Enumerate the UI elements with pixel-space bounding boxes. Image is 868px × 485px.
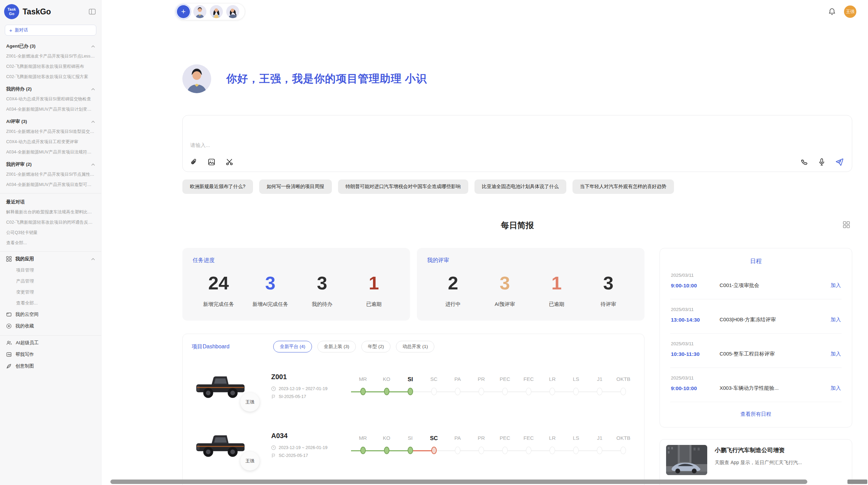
stat-overdue[interactable]: 1 已逾期 <box>348 274 400 308</box>
sidebar-item[interactable]: C0X4-动力总成开发项目SI里程碑提交物检查 <box>0 94 101 104</box>
milestone-dot-ko[interactable] <box>375 447 398 455</box>
stat-pending-review[interactable]: 3 待评审 <box>582 274 634 308</box>
milestone-dot-fec[interactable] <box>517 447 541 455</box>
sidebar-item[interactable]: C0X4-动力总成开发项目工程变更评审 <box>0 137 101 147</box>
app-item-product-mgmt[interactable]: 产品管理 <box>0 276 101 287</box>
scissors-icon[interactable] <box>225 158 234 166</box>
new-chat-button[interactable]: + 新对话 <box>5 25 96 36</box>
dashboard-title: 项目Dashboard <box>192 343 229 350</box>
suggestion-chip[interactable]: 如何写一份清晰的项目周报 <box>259 179 332 194</box>
suggestion-chip[interactable]: 当下年轻人对汽车外观有怎样的喜好趋势 <box>572 179 674 194</box>
notification-bell-icon[interactable] <box>828 8 836 16</box>
join-button[interactable]: 加入 <box>831 316 841 323</box>
project-row-z001[interactable]: 王强 Z001 2023-12-19 ~ 2027-01-19 SI-2025-… <box>192 361 635 411</box>
project-image: 王强 <box>192 368 249 404</box>
sidebar-item[interactable]: Z001-全新燃油轻卡产品开发项目SI造型提交物评审 <box>0 126 101 137</box>
sidebar-item-favorites[interactable]: 我的收藏 <box>0 320 101 332</box>
suggestion-chip[interactable]: 欧洲新规最近颁布了什么? <box>182 179 253 194</box>
tab-powertrain-dev[interactable]: 动总开发 (1) <box>396 341 434 352</box>
milestone-dot-pr[interactable] <box>469 447 493 455</box>
suggestion-chip[interactable]: 特朗普可能对进口汽车增税会对中国车企造成哪些影响 <box>338 179 468 194</box>
sidebar-item[interactable]: A034-全新新能源MUV产品开发项目计划变更表编写 <box>0 104 101 114</box>
sidebar-item[interactable]: Z001-全新燃油皮卡产品开发项目SI节点Lesson Learn报告 <box>0 51 101 61</box>
tab-new-body[interactable]: 全新上装 (3) <box>317 341 356 352</box>
stat-new-ai-completed[interactable]: 3 新增AI完成任务 <box>244 274 296 308</box>
paperclip-icon[interactable] <box>190 158 198 166</box>
scrollbar-thumb[interactable] <box>110 480 807 484</box>
phone-icon[interactable] <box>800 158 808 166</box>
stat-label: 已逾期 <box>348 301 400 308</box>
milestone-dot-lr[interactable] <box>541 447 564 455</box>
recent-chat-view-all[interactable]: 查看全部... <box>0 238 101 248</box>
agent-avatar-1[interactable] <box>193 5 206 18</box>
agent-avatar-2[interactable] <box>210 5 223 18</box>
layout-grid-icon[interactable] <box>843 221 850 228</box>
milestone-dot-pa[interactable] <box>446 388 469 396</box>
sidebar-item-cloud-space[interactable]: 我的云空间 <box>0 309 101 320</box>
stat-new-completed[interactable]: 24 新增完成任务 <box>193 274 244 308</box>
milestone-dot-lr[interactable] <box>541 388 564 396</box>
send-icon[interactable] <box>835 158 844 166</box>
milestone-dot-pec[interactable] <box>493 388 517 396</box>
sidebar-collapse-icon[interactable] <box>89 9 96 15</box>
scrollbar-corner[interactable] <box>847 480 867 484</box>
agent-avatar-3[interactable] <box>226 5 239 18</box>
sidebar-item-creative-drawing[interactable]: 创意制图 <box>0 360 101 372</box>
horizontal-scrollbar[interactable] <box>110 480 836 484</box>
milestone-dot-pr[interactable] <box>469 388 493 396</box>
project-row-a034[interactable]: 王强 A034 2023-12-19 ~ 2026-01-19 SC-2025-… <box>192 420 635 470</box>
app-item-project-mgmt[interactable]: 项目管理 <box>0 265 101 276</box>
sidebar-item[interactable]: C02-飞腾新能源轻客改款项目立项汇报方案 <box>0 72 101 82</box>
milestone-dot-si[interactable] <box>398 447 422 455</box>
sidebar-item[interactable]: A034-全新新能源MUV产品开发项目造型可行性评审 <box>0 179 101 190</box>
milestone-dot-mr[interactable] <box>351 388 375 396</box>
milestone-dot-sc[interactable] <box>422 447 446 455</box>
suggestion-chip[interactable]: 比亚迪全固态电池计划具体说了什么 <box>474 179 566 194</box>
recent-chat-item[interactable]: 公司Q3轻卡销量 <box>0 227 101 238</box>
recent-chat-item[interactable]: C02-飞腾新能源轻客改款项目的闭环通告反馈情况 <box>0 217 101 227</box>
milestone-dot-ko[interactable] <box>375 388 398 396</box>
stat-my-todo[interactable]: 3 我的待办 <box>296 274 348 308</box>
section-ai-review[interactable]: AI评审 (3) <box>0 114 101 126</box>
join-button[interactable]: 加入 <box>831 351 841 357</box>
section-agent-done[interactable]: Agent已办 (3) <box>0 39 101 51</box>
add-agent-button[interactable]: + <box>177 5 190 18</box>
milestone-dot-ls[interactable] <box>564 388 588 396</box>
stat-review-overdue[interactable]: 1 已逾期 <box>531 274 582 308</box>
microphone-icon[interactable] <box>818 158 825 166</box>
milestone-dot-j1[interactable] <box>588 388 612 396</box>
section-my-review[interactable]: 我的评审 (2) <box>0 157 101 169</box>
milestone-dot-fec[interactable] <box>517 388 541 396</box>
tab-new-platform[interactable]: 全新平台 (4) <box>273 341 312 352</box>
milestone-dot-j1[interactable] <box>588 447 612 455</box>
sidebar-item-help-writing[interactable]: 帮我写作 <box>0 349 101 360</box>
milestone-dot-oktb[interactable] <box>612 447 635 455</box>
join-button[interactable]: 加入 <box>831 282 841 289</box>
sidebar-item-ai-super-staff[interactable]: AI超级员工 <box>0 337 101 349</box>
app-item-change-mgmt[interactable]: 变更管理 <box>0 287 101 298</box>
chat-input[interactable]: 请输入... <box>182 115 852 172</box>
milestone-dot-sc[interactable] <box>422 388 446 396</box>
stat-ai-pre-review[interactable]: 3 AI预评审 <box>479 274 531 308</box>
schedule-time: 10:30-11:30 <box>671 351 720 357</box>
sidebar-item-my-apps[interactable]: 我的应用 <box>0 253 101 265</box>
view-all-schedule-link[interactable]: 查看所有日程 <box>670 402 842 422</box>
join-button[interactable]: 加入 <box>831 385 841 391</box>
sidebar-item[interactable]: Z001-全新燃油轻卡产品开发项目SI节点属性5D文件评审 <box>0 169 101 179</box>
milestone-dot-ls[interactable] <box>564 447 588 455</box>
section-my-todo[interactable]: 我的待办 (2) <box>0 82 101 94</box>
sidebar-item[interactable]: C02-飞腾新能源轻客改款项目里程碑画布 <box>0 61 101 72</box>
stat-in-progress[interactable]: 2 进行中 <box>427 274 479 308</box>
tab-model-year[interactable]: 年型 (2) <box>361 341 390 352</box>
user-avatar[interactable]: 王强 <box>844 5 856 18</box>
milestone-dot-pa[interactable] <box>446 447 469 455</box>
milestone-dot-si[interactable] <box>398 388 422 396</box>
milestone-dot-oktb[interactable] <box>612 388 635 396</box>
app-item-view-all[interactable]: 查看全部... <box>0 298 101 309</box>
milestone-dot-pec[interactable] <box>493 447 517 455</box>
recent-chat-item[interactable]: 解释最新出台的欧盟报废车法规再生塑料比例被调到15%... <box>0 207 101 217</box>
image-upload-icon[interactable] <box>207 158 216 166</box>
news-card[interactable]: 小鹏飞行汽车制造公司增资 天眼查 App 显示，近日广州汇天飞行汽... <box>660 439 852 485</box>
sidebar-item[interactable]: A034-全新新能源MUV产品开发项目法规符合性评审 <box>0 147 101 157</box>
milestone-dot-mr[interactable] <box>351 447 375 455</box>
